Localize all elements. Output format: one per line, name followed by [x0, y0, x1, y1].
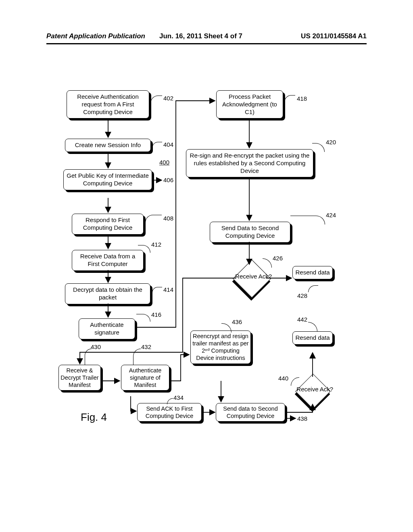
refnum-414: 414: [163, 286, 173, 293]
step-send-second: Send Data to Second Computing Device: [210, 222, 290, 243]
step-send-second-2: Send data to Second Computing Device: [216, 403, 285, 422]
refnum-440: 440: [278, 375, 288, 382]
figure-label: Fig. 4: [81, 411, 107, 424]
step-respond-first: Respond to First Computing Device: [72, 214, 144, 235]
step-text: Get Public Key of Intermediate Computing…: [67, 172, 148, 187]
refnum-424: 424: [326, 212, 336, 218]
leader-430: [85, 349, 92, 365]
leader-440: [291, 377, 299, 386]
step-resend-2: Resend data: [292, 331, 333, 345]
decision-receive-ack-2: Receive Ack?: [295, 374, 331, 409]
step-text: Resend data: [295, 334, 330, 341]
leader-408: [145, 215, 162, 222]
step-process-ack: Process Packet Acknowledgment (to C1): [216, 90, 283, 118]
step-text: Create new Session Info: [75, 141, 141, 148]
refnum-432: 432: [141, 343, 151, 350]
step-text: Receive Authentication request from A Fi…: [77, 93, 139, 115]
refnum-404: 404: [163, 141, 173, 148]
step-receive-data: Receive Data from a First Computer: [72, 250, 144, 271]
page-root: Patent Application Publication Jun. 16, …: [0, 0, 413, 532]
refnum-438: 438: [297, 415, 307, 422]
refnum-436: 436: [232, 318, 242, 325]
step-text: Resend data: [295, 269, 330, 276]
refnum-412: 412: [151, 241, 161, 248]
refnum-416: 416: [151, 311, 161, 318]
step-text: Send data to Second Computing Device: [223, 405, 277, 419]
step-text: Re-sign and Re-encrypt the packet using …: [190, 152, 310, 174]
leader-428: [308, 285, 318, 292]
leader-416: [136, 314, 150, 322]
header-rule: [46, 43, 367, 44]
flow-arrows-svg: [0, 0, 413, 532]
leader-404: [152, 142, 162, 148]
leader-432: [133, 349, 141, 365]
step-resign-reencrypt: Re-sign and Re-encrypt the packet using …: [186, 149, 313, 177]
step-resend-1: Resend data: [292, 266, 333, 279]
step-authenticate-sig: Authenticate signature: [79, 318, 135, 339]
header-sheet: Jun. 16, 2011 Sheet 4 of 7: [159, 32, 278, 40]
step-send-ack-first: Send ACK to First Computing Device: [137, 403, 202, 422]
step-text: Send ACK to First Computing Device: [146, 405, 193, 419]
refnum-408: 408: [163, 215, 173, 222]
figure-title-ref: 400: [159, 159, 169, 166]
refnum-406: 406: [163, 177, 173, 183]
step-text: Decrypt data to obtain the packet: [73, 286, 142, 301]
step-reencrypt-trailer: Reencrypt and resign trailer manifest as…: [190, 330, 251, 364]
leader-424: [290, 216, 325, 224]
step-text: Receive Data from a First Computer: [80, 253, 136, 267]
step-receive-decrypt-trailer: Receive & Decrypt Trailer Manifest: [58, 365, 101, 391]
step-decrypt-packet: Decrypt data to obtain the packet: [65, 283, 150, 304]
leader-426: [263, 258, 272, 268]
leader-418: [284, 95, 295, 102]
refnum-420: 420: [326, 139, 336, 145]
refnum-434: 434: [173, 394, 184, 401]
step-text: Respond to First Computing Device: [83, 216, 133, 231]
leader-402: [150, 96, 162, 103]
step-text: Process Packet Acknowledgment (to C1): [222, 93, 277, 115]
refnum-418: 418: [297, 95, 307, 102]
refnum-402: 402: [163, 95, 173, 102]
refnum-428: 428: [297, 292, 307, 299]
leader-442: [308, 322, 317, 331]
page-header: Patent Application Publication Jun. 16, …: [46, 32, 367, 40]
step-text: Reencrypt and resign trailer manifest as…: [192, 333, 248, 361]
step-receive-auth-request: Receive Authentication request from A Fi…: [67, 90, 149, 118]
leader-420: [312, 143, 325, 152]
refnum-430: 430: [91, 343, 101, 350]
header-pubnum: US 2011/0145584 A1: [278, 32, 367, 40]
refnum-442: 442: [297, 316, 307, 323]
step-text: Authenticate signature: [90, 321, 123, 336]
decision-receive-ack-1: Receive Ack?: [233, 260, 271, 298]
step-text: Receive & Decrypt Trailer Manifest: [60, 367, 98, 388]
step-get-public-key: Get Public Key of Intermediate Computing…: [63, 169, 152, 190]
step-auth-manifest: Authenticate signature of Manifest: [121, 365, 169, 391]
decision-text: Receive Ack?: [291, 386, 339, 393]
step-text: Authenticate signature of Manifest: [129, 367, 162, 388]
step-text: Send Data to Second Computing Device: [221, 224, 279, 239]
refnum-426: 426: [273, 255, 283, 262]
step-create-session: Create new Session Info: [65, 139, 151, 152]
decision-text: Receive Ack?: [229, 273, 278, 280]
header-publication: Patent Application Publication: [46, 32, 155, 40]
leader-414: [152, 287, 162, 293]
